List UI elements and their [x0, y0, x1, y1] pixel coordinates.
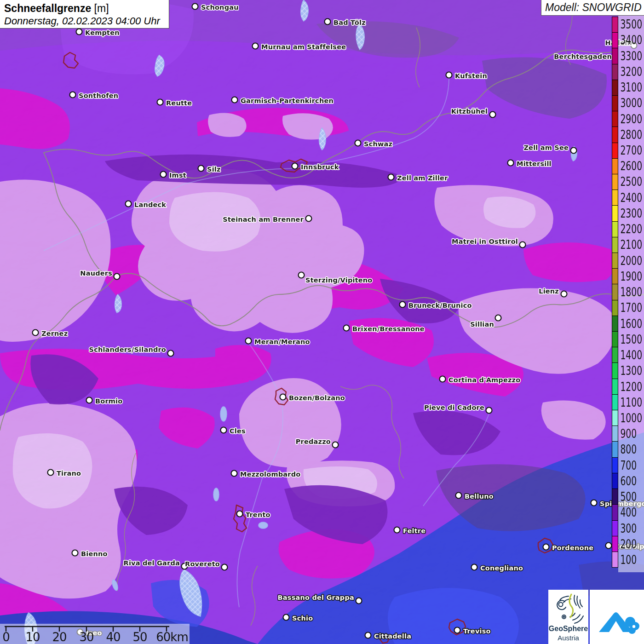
colorbar-segment-1600: [612, 316, 618, 332]
colorbar-segment-200: [612, 536, 618, 552]
colorbar-value-1400: 1400: [620, 347, 637, 363]
city-dot: [325, 19, 331, 25]
city-label: Kufstein: [455, 72, 487, 80]
scalebar-label: 30: [79, 630, 93, 644]
city-dot: [33, 330, 39, 336]
city-dot: [126, 201, 132, 207]
city-berchtesgaden: Berchtesgaden: [554, 53, 612, 60]
city-label: Conegliano: [480, 564, 523, 572]
colorbar-segment-2100: [612, 237, 618, 253]
colorbar-segment-1000: [612, 410, 618, 426]
colorbar-value-2900: 2900: [620, 111, 637, 126]
city-label: Murnau am Staffelsee: [261, 43, 346, 51]
city-dot: [70, 92, 76, 98]
colorbar-segment-2800: [612, 126, 618, 143]
city-label: Bienno: [81, 550, 108, 558]
city-dot: [591, 500, 597, 506]
city-dot: [157, 99, 163, 105]
colorbar-segment-2000: [612, 253, 618, 269]
city-dot: [365, 632, 371, 638]
city-label: Feltre: [403, 527, 426, 535]
colorbar-value-1800: 1800: [620, 284, 637, 300]
colorbar-value-100: 100: [620, 552, 637, 568]
city-dot: [280, 394, 286, 400]
city-bozen-bolzano: Bozen/Bolzano: [280, 394, 345, 402]
colorbar-segment-3400: [612, 32, 618, 48]
colorbar-value-3300: 3300: [620, 48, 637, 63]
city-label: Meran/Merano: [254, 338, 310, 345]
colorbar-segment-500: [612, 489, 618, 505]
city-dot: [394, 527, 400, 533]
city-silz: Silz: [198, 166, 221, 173]
city-label: Kitzbühel: [451, 108, 488, 115]
colorbar-segment-2500: [612, 174, 618, 190]
city-dot: [198, 166, 204, 172]
city-label: Pieve di Cadore: [424, 404, 484, 411]
scalebar-label: 0: [2, 630, 10, 644]
city-dot: [388, 174, 394, 180]
city-dot: [192, 4, 198, 10]
city-dot: [72, 550, 78, 556]
city-dot: [222, 564, 228, 570]
city-label: Sillian: [470, 321, 494, 328]
colorbar-segment-1700: [612, 300, 618, 316]
city-label: Mezzolombardo: [240, 471, 300, 478]
city-dot: [495, 315, 501, 321]
city-label: Cortina d'Ampezzo: [448, 376, 520, 384]
city-label: Cles: [230, 427, 246, 435]
colorbar-value-2100: 2100: [620, 237, 637, 253]
colorbar-segment-600: [612, 473, 618, 489]
scalebar-label: 40: [106, 630, 120, 644]
city-dot: [456, 493, 462, 499]
city-dot: [333, 442, 339, 448]
city-label: Garmisch-Partenkirchen: [241, 97, 334, 104]
geosphere-logo: GeoSphere Austria: [548, 590, 588, 644]
city-steinach-am-brenner: Steinach am Brenner: [223, 216, 311, 224]
colorbar-segment-2900: [612, 111, 618, 127]
scalebar-label: 60km: [156, 630, 188, 644]
colorbar-segment-3000: [612, 95, 618, 111]
colorbar-value-1900: 1900: [620, 269, 637, 284]
colorbar-segment-3300: [612, 48, 618, 64]
city-label: Steinach am Brenner: [223, 216, 304, 223]
colorbar-value-1300: 1300: [620, 363, 637, 379]
city-label: Pordenone: [552, 544, 593, 552]
city-dot: [246, 338, 252, 344]
colorbar-value-200: 200: [620, 536, 637, 552]
colorbar-segment-3100: [612, 80, 618, 96]
city-label: Berchtesgaden: [554, 53, 612, 60]
colorbar-labels: 3500340033003200310030002900280027002600…: [620, 17, 644, 568]
colorbar-segment-800: [612, 441, 618, 457]
colorbar-segment-3200: [612, 64, 618, 80]
colorbar-segment-1500: [612, 331, 618, 347]
colorbar-segment-1300: [612, 362, 618, 379]
city-dot: [114, 274, 120, 280]
city-label: Reutte: [166, 99, 192, 107]
city-label: Zell am Ziller: [397, 174, 448, 182]
city-label: Belluno: [465, 493, 494, 500]
colorbar-segment-1100: [612, 394, 618, 410]
city-dot: [486, 408, 492, 414]
model-label: Modell: SNOWGRID: [545, 1, 642, 13]
city-label: Silz: [207, 166, 221, 173]
title-text: Schneefallgrenze: [4, 2, 91, 14]
city-label: Bruneck/Brunico: [408, 302, 472, 309]
colorbar-value-2800: 2800: [620, 127, 637, 143]
city-dot: [472, 564, 477, 570]
colorbar-segment-1400: [612, 347, 618, 363]
scalebar-graphic: 0 10 20 30 40 50 60km: [0, 624, 190, 644]
colorbar-value-3200: 3200: [620, 64, 637, 80]
city-dot: [400, 302, 406, 308]
city-label: Kempten: [85, 29, 120, 36]
title-box: Schneefallgrenze [m] Donnerstag, 02.02.2…: [0, 0, 169, 29]
colorbar-segment-700: [612, 457, 618, 473]
city-dot: [543, 544, 549, 550]
city-dot: [508, 160, 514, 166]
city-dot: [306, 216, 312, 222]
colorbar-segment-3500: [612, 17, 618, 33]
colorbar-value-3000: 3000: [620, 95, 637, 111]
city-dot: [292, 163, 298, 169]
city-cortina-d-ampezzo: Cortina d'Ampezzo: [440, 376, 521, 384]
city-dot: [344, 325, 350, 331]
city-label: Schongau: [201, 4, 239, 11]
